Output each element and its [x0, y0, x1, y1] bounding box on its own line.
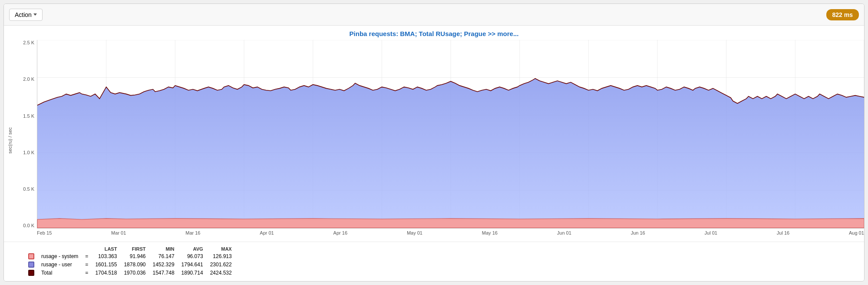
x-tick: May 16: [482, 230, 498, 235]
svg-marker-19: [37, 219, 864, 228]
legend-col-last: LAST: [92, 245, 120, 252]
legend-avg: 1890.714: [178, 268, 207, 277]
chart-wrapper: sec(ru) / sec 2.5 K2.0 K1.5 K1.0 K0.5 K0…: [4, 40, 864, 242]
y-tick: 1.5 K: [23, 113, 34, 119]
legend-max: 126.913: [207, 252, 235, 261]
x-tick: Mar 01: [111, 230, 126, 235]
chart-title-link[interactable]: Pinba requests: BMA; Total RUsage; Pragu…: [350, 30, 519, 37]
legend-row: rusage - system=103.36391.94676.14796.07…: [25, 252, 235, 261]
x-tick: Jun 16: [631, 230, 645, 235]
legend-label: rusage - system: [38, 252, 82, 261]
dropdown-caret-icon: [33, 13, 37, 16]
legend-row: rusage - user=1601.1551878.0901452.32917…: [25, 260, 235, 268]
legend-min: 76.147: [149, 252, 178, 261]
chart-title: Pinba requests: BMA; Total RUsage; Pragu…: [4, 30, 864, 37]
y-axis-label: sec(ru) / sec: [4, 40, 16, 242]
y-tick: 2.0 K: [23, 76, 34, 82]
chart-inner: 2.5 K2.0 K1.5 K1.0 K0.5 K0.0 K: [16, 40, 864, 242]
legend-swatch-cell: [25, 268, 38, 277]
legend-label: rusage - user: [38, 260, 82, 268]
legend-table: LAST FIRST MIN AVG MAX rusage - system=1…: [25, 245, 235, 277]
legend-last: 1601.155: [92, 260, 120, 268]
legend-first: 1970.036: [120, 268, 149, 277]
legend-col-label: [38, 245, 82, 252]
svg-marker-18: [37, 79, 864, 228]
action-button[interactable]: Action: [9, 9, 43, 21]
legend-max: 2301.622: [207, 260, 235, 268]
legend-swatch: [28, 253, 34, 259]
x-tick: May 01: [407, 230, 422, 235]
legend-body: rusage - system=103.36391.94676.14796.07…: [25, 252, 235, 277]
x-tick: Mar 16: [185, 230, 200, 235]
legend-eq: =: [82, 260, 92, 268]
toolbar: Action 822 ms: [4, 4, 864, 26]
x-tick: Apr 16: [333, 230, 347, 235]
chart-plot: [37, 40, 864, 229]
legend-eq: =: [82, 252, 92, 261]
x-axis: Feb 15Mar 01Mar 16Apr 01Apr 16May 01May …: [37, 229, 864, 242]
y-tick: 1.0 K: [23, 150, 34, 155]
legend-first: 91.946: [120, 252, 149, 261]
legend-swatch: [28, 262, 34, 268]
legend-row: Total=1704.5181970.0361547.7481890.71424…: [25, 268, 235, 277]
legend-col-icon: [25, 245, 38, 252]
legend-area: LAST FIRST MIN AVG MAX rusage - system=1…: [4, 242, 864, 281]
y-tick: 0.0 K: [23, 223, 34, 228]
legend-col-min: MIN: [149, 245, 178, 252]
legend-label: Total: [38, 268, 82, 277]
legend-avg: 1794.641: [178, 260, 207, 268]
x-tick: Jun 01: [557, 230, 571, 235]
legend-header-row: LAST FIRST MIN AVG MAX: [25, 245, 235, 252]
legend-col-first: FIRST: [120, 245, 149, 252]
legend-col-max: MAX: [207, 245, 235, 252]
y-axis: 2.5 K2.0 K1.5 K1.0 K0.5 K0.0 K: [16, 40, 37, 229]
x-tick: Aug 01: [849, 230, 864, 235]
x-tick: Jul 16: [777, 230, 789, 235]
legend-swatch: [28, 270, 34, 276]
legend-swatch-cell: [25, 252, 38, 261]
legend-avg: 96.073: [178, 252, 207, 261]
legend-last: 103.363: [92, 252, 120, 261]
legend-eq: =: [82, 268, 92, 277]
y-tick: 2.5 K: [23, 40, 34, 45]
legend-first: 1878.090: [120, 260, 149, 268]
y-tick: 0.5 K: [23, 186, 34, 192]
chart-area: Pinba requests: BMA; Total RUsage; Pragu…: [4, 26, 864, 242]
legend-min: 1452.329: [149, 260, 178, 268]
action-label: Action: [15, 11, 32, 18]
legend-swatch-cell: [25, 260, 38, 268]
legend-min: 1547.748: [149, 268, 178, 277]
timing-badge: 822 ms: [826, 9, 859, 20]
x-tick: Apr 01: [260, 230, 274, 235]
x-tick: Feb 15: [37, 230, 52, 235]
legend-last: 1704.518: [92, 268, 120, 277]
legend-col-avg: AVG: [178, 245, 207, 252]
main-card: Action 822 ms Pinba requests: BMA; Total…: [3, 3, 865, 282]
page-container: Action 822 ms Pinba requests: BMA; Total…: [0, 0, 868, 285]
legend-col-eq: [82, 245, 92, 252]
legend-max: 2424.532: [207, 268, 235, 277]
chart-svg: [37, 40, 864, 228]
x-tick: Jul 01: [705, 230, 717, 235]
